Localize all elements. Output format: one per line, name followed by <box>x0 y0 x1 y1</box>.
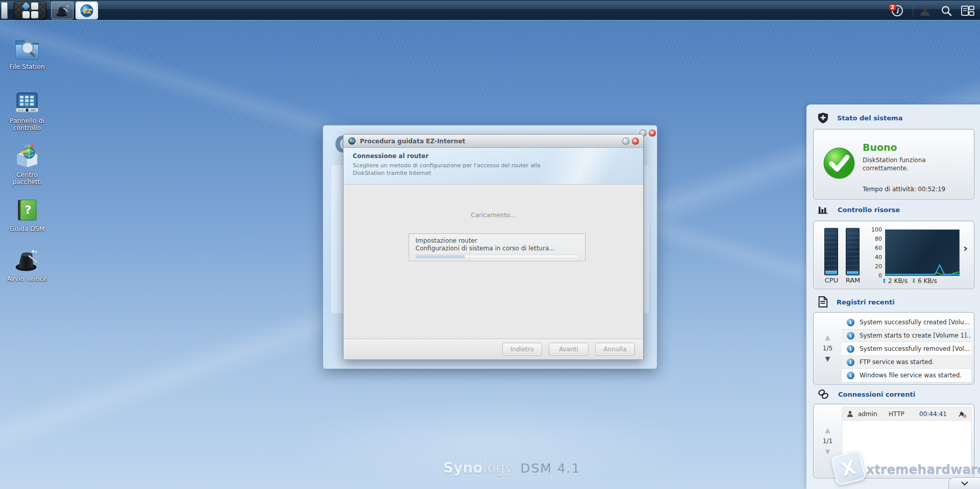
dialog-title: Procedura guidata EZ-Internet <box>360 138 622 145</box>
pager-position: 1/1 <box>823 437 832 445</box>
desktop-icon-label: Pannello di controllo <box>6 117 48 132</box>
pager-up-chevron[interactable]: ▲ <box>825 428 830 433</box>
magic-hat-icon <box>14 247 40 273</box>
pager-down-chevron[interactable]: ▼ <box>825 449 830 454</box>
ram-gauge-fill <box>847 271 859 274</box>
upload-arrow-icon: ⬆ <box>881 277 887 285</box>
info-icon: i <box>847 358 854 366</box>
user-menu-button[interactable] <box>918 4 932 18</box>
pager-up-chevron[interactable]: ▲ <box>825 335 830 340</box>
desktop-icon-file-station[interactable]: File Station <box>1 35 53 70</box>
info-icon: i <box>847 332 854 340</box>
widget-title: Registri recenti <box>837 298 895 306</box>
shield-icon <box>817 112 829 124</box>
resource-monitor-card: CPU RAM 100 80 60 40 20 0 ⬆ 2 KB/s ⬇ 6 K… <box>813 221 974 289</box>
widget-title: Stato del sistema <box>837 114 902 122</box>
desktop-icon-label: Avvio veloce <box>1 275 53 282</box>
main-menu-button[interactable] <box>14 2 46 19</box>
expand-chevron-right[interactable]: › <box>963 242 968 254</box>
desktop-icon-control-panel[interactable]: Pannello di controllo <box>1 89 53 132</box>
dsm-version: DSM 4.1 <box>520 461 580 476</box>
dialog-step-description: Scegliere un metodo di configurazione pe… <box>344 162 558 177</box>
pilot-view-sidebar: Stato del sistema Buono DiskStation funz… <box>806 105 980 489</box>
file-station-icon <box>14 35 40 61</box>
search-icon <box>940 5 952 17</box>
svg-text:EZ: EZ <box>82 7 92 14</box>
cpu-label: CPU <box>821 276 842 284</box>
log-row: iWindows file service was started. <box>842 369 971 382</box>
cancel-button[interactable]: Annulla <box>595 343 635 356</box>
desktop-icon-package-center[interactable]: Centro pacchetti <box>1 143 53 186</box>
chevron-down-icon <box>961 481 968 485</box>
show-desktop-button[interactable] <box>1 2 8 19</box>
taskbar-divider <box>913 4 913 17</box>
dsm-help-icon: ? <box>14 197 40 223</box>
chain-link-icon <box>817 389 830 400</box>
brand-bold-text: Syno <box>443 459 483 476</box>
close-icon[interactable]: ✕ <box>649 130 656 137</box>
log-text: System successfully removed [Vol... <box>860 345 970 352</box>
recent-logs-header: Registri recenti <box>817 296 895 308</box>
connection-protocol: HTTP <box>889 410 915 418</box>
dialog-titlebar[interactable]: EZ Procedura guidata EZ-Internet ✕ <box>344 135 643 148</box>
desktop-icon-quick-start[interactable]: Avvio veloce <box>1 247 53 282</box>
search-button[interactable] <box>939 4 953 18</box>
connection-row: admin HTTP 00:44:41 <box>842 407 971 421</box>
desktop-icon-dsm-help[interactable]: ? Guida DSM <box>1 197 53 233</box>
log-row: iSystem starts to create [Volume 1]... <box>842 329 971 342</box>
system-health-header: Stato del sistema <box>817 112 902 124</box>
status-ok-icon <box>823 147 855 179</box>
svg-text:EZ: EZ <box>350 139 355 143</box>
y-tick: 100 <box>869 226 882 233</box>
status-message: DiskStation funziona correttamente. <box>863 156 947 172</box>
main-menu-icon <box>22 3 38 18</box>
notifications-button[interactable]: i 2 <box>890 4 904 18</box>
user-icon <box>846 410 854 418</box>
network-legend: ⬆ 2 KB/s ⬇ 6 KB/s <box>881 277 937 285</box>
pager-down-chevron[interactable]: ▼ <box>825 356 830 362</box>
next-button[interactable]: Avanti <box>549 343 589 356</box>
log-text: Windows file service was started. <box>860 372 962 379</box>
menu-diamond <box>21 2 30 10</box>
connection-user: admin <box>858 410 885 418</box>
y-tick: 80 <box>869 236 882 242</box>
info-icon: i <box>847 345 854 353</box>
upload-speed: 2 KB/s <box>888 277 908 285</box>
disconnect-icon[interactable] <box>958 409 967 418</box>
back-button[interactable]: Indietro <box>502 343 542 356</box>
uptime-text: Tempo di attività: 00:52:19 <box>863 186 945 193</box>
info-circle-icon: i 2 <box>892 5 903 16</box>
close-icon[interactable]: ✕ <box>632 138 639 145</box>
synology-logo: Syno logy DSM 4.1 <box>443 459 581 476</box>
y-tick: 0 <box>869 272 882 279</box>
connections-header: Connessioni correnti <box>817 389 915 400</box>
status-text: Buono <box>863 142 897 153</box>
logs-pager: ▲ 1/5 ▼ <box>814 313 842 384</box>
minimize-button[interactable] <box>622 138 629 145</box>
log-row: iSystem successfully created [Volu... <box>842 316 971 329</box>
resource-monitor-header: Controllo risorse <box>817 204 900 215</box>
info-icon: i <box>847 372 854 379</box>
widget-title: Connessioni correnti <box>838 391 915 398</box>
pilot-view-button[interactable] <box>961 4 975 18</box>
connection-time: 00:44:41 <box>919 410 954 418</box>
pilot-view-icon <box>961 5 974 17</box>
log-row: iSystem successfully removed [Vol... <box>842 342 971 355</box>
desktop-icon-label: File Station <box>1 63 53 70</box>
package-center-icon <box>14 143 40 169</box>
task-progress-box: Impostazione router Configurazioni di si… <box>409 234 585 261</box>
cpu-gauge-fill <box>825 271 837 274</box>
dialog-header: Connessione al router Scegliere un metod… <box>344 148 643 185</box>
network-activity-chart <box>885 229 960 276</box>
loading-text: Caricamento... <box>344 212 643 219</box>
sidebar-collapse-tab[interactable] <box>948 477 980 489</box>
y-tick: 20 <box>869 263 882 270</box>
desktop-icon-label: Centro pacchetti <box>9 171 45 186</box>
taskbar-quick-start-button[interactable] <box>51 2 74 19</box>
menu-square <box>31 11 38 18</box>
y-tick: 60 <box>869 245 882 251</box>
bar-chart-icon <box>817 204 829 215</box>
pager-position: 1/5 <box>823 345 832 352</box>
widget-title: Controllo risorse <box>838 206 900 214</box>
taskbar-ez-internet-button[interactable]: EZ <box>76 2 98 19</box>
